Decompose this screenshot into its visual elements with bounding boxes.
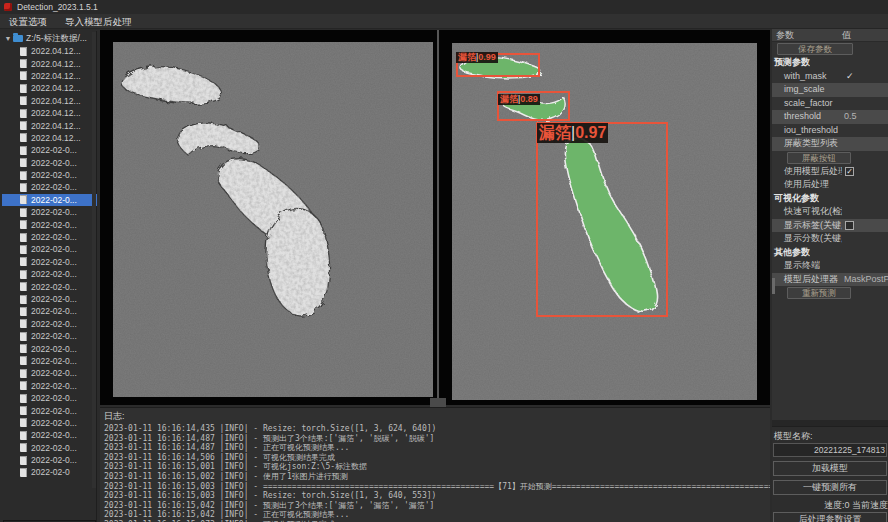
file-icon bbox=[20, 270, 27, 279]
tree-item[interactable]: 2022.04.12... bbox=[2, 82, 97, 94]
param-row[interactable]: 显示终端 bbox=[772, 259, 888, 273]
file-icon bbox=[20, 319, 27, 328]
param-row[interactable]: threshold0.5 bbox=[772, 110, 888, 124]
tree-item[interactable]: 2022-02-0... bbox=[2, 392, 97, 404]
tree-item[interactable]: 2022-02-0... bbox=[2, 218, 97, 230]
tree-item-label: 2022-02-0... bbox=[31, 319, 77, 329]
tree-item[interactable]: 2022-02-0... bbox=[2, 243, 97, 255]
log-line: 2023-01-11 16:16:15,003 |INFO| - Resize:… bbox=[100, 491, 770, 501]
param-value[interactable]: MaskPostPro bbox=[844, 273, 888, 287]
tree-item[interactable]: 2022-02-0... bbox=[2, 342, 97, 354]
param-button[interactable]: 保存参数 bbox=[777, 43, 853, 55]
file-icon bbox=[20, 208, 27, 217]
tree-item-label: 2022-02-0... bbox=[31, 344, 77, 354]
tree-item[interactable]: 2022-02-0... bbox=[2, 305, 97, 317]
tree-item[interactable]: 2022-02-0... bbox=[2, 231, 97, 243]
params-header-param: 参数 bbox=[772, 29, 842, 41]
detection-label-3: 漏箔|0.97 bbox=[537, 123, 608, 143]
tree-item[interactable]: 2022-02-0... bbox=[2, 157, 97, 169]
param-row[interactable]: img_scale bbox=[772, 83, 888, 97]
param-button[interactable]: 屏蔽按钮 bbox=[787, 152, 851, 164]
tree-item[interactable]: 2022.04.12... bbox=[2, 107, 97, 119]
tree-item[interactable]: 2022-02-0... bbox=[2, 280, 97, 292]
detection-label-1: 漏箔|0.99 bbox=[456, 52, 498, 63]
param-row[interactable]: 显示标签(关键点) bbox=[772, 219, 888, 233]
menu-item-settings[interactable]: 设置选项 bbox=[0, 14, 56, 29]
tree-expand-arrow-icon[interactable]: ▼ bbox=[4, 35, 12, 42]
image-splitter[interactable] bbox=[437, 30, 439, 405]
tree-item[interactable]: 2022.04.12... bbox=[2, 70, 97, 82]
tree-item-label: 2022-02-0... bbox=[31, 356, 77, 366]
file-icon bbox=[20, 47, 27, 56]
tree-item[interactable]: 2022-02-0... bbox=[2, 355, 97, 367]
tree-item[interactable]: 2022-02-0... bbox=[2, 181, 97, 193]
tree-item[interactable]: 2022-02-0... bbox=[2, 404, 97, 416]
load-model-button[interactable]: 加载模型 bbox=[773, 461, 887, 476]
param-checkbox[interactable]: ✓ bbox=[845, 167, 854, 176]
tree-root-folder[interactable]: ▼ Z:/5-标注数据/... bbox=[2, 32, 97, 45]
tree-item[interactable]: 2022.04.12... bbox=[2, 119, 97, 131]
tree-item[interactable]: 2022-02-0... bbox=[2, 144, 97, 156]
param-row[interactable]: with_mask✓ bbox=[772, 70, 888, 84]
log-lines: 2023-01-11 16:16:14,435 |INFO| - Resize:… bbox=[100, 424, 770, 522]
param-row[interactable]: 显示分数(关键点) bbox=[772, 232, 888, 246]
predict-all-button[interactable]: 一键预测所有 bbox=[773, 480, 887, 495]
param-row[interactable]: 快速可视化(检测) bbox=[772, 205, 888, 219]
tree-item[interactable]: 2022-02-0... bbox=[2, 417, 97, 429]
file-tree-list[interactable]: ▼ Z:/5-标注数据/... 2022.04.12...2022.04.12.… bbox=[2, 32, 97, 488]
tree-item-label: 2022-02-0... bbox=[31, 368, 77, 378]
param-row[interactable]: scale_factor bbox=[772, 97, 888, 111]
tree-item-label: 2022.04.12... bbox=[31, 71, 81, 81]
tree-item[interactable]: 2022.04.12... bbox=[2, 57, 97, 69]
tree-item[interactable]: 2022-02-0... bbox=[2, 268, 97, 280]
file-icon bbox=[20, 233, 27, 242]
param-row[interactable]: 使用模型后处理✓ bbox=[772, 165, 888, 179]
tree-item[interactable]: 2022.04.12... bbox=[2, 45, 97, 57]
model-name-field[interactable]: 20221225_174813 bbox=[773, 443, 887, 457]
tree-item[interactable]: 2022-02-0... bbox=[2, 206, 97, 218]
log-line: 2023-01-11 16:16:15,042 |INFO| - 预测出了3个结… bbox=[100, 501, 770, 511]
params-rows: 保存参数预测参数with_mask✓img_scalescale_factort… bbox=[772, 42, 888, 300]
param-button[interactable]: 重新预测 bbox=[787, 287, 851, 299]
param-row[interactable]: iou_threshold bbox=[772, 124, 888, 138]
param-row[interactable]: 屏蔽类型列表 bbox=[772, 137, 888, 151]
postprocess-settings-button[interactable]: 后处理参数设置 bbox=[773, 512, 887, 522]
model-name-label: 模型名称: bbox=[772, 427, 888, 443]
param-value[interactable]: 0.5 bbox=[844, 110, 857, 124]
tree-item[interactable]: 2022-02-0... bbox=[2, 256, 97, 268]
tree-item[interactable]: 2022-02-0... bbox=[2, 194, 97, 206]
tree-item[interactable]: 2022.04.12... bbox=[2, 95, 97, 107]
original-image-view[interactable] bbox=[113, 42, 433, 397]
model-panel: 模型名称: 20221225_174813 加载模型 一键预测所有 速度:0 当… bbox=[772, 420, 888, 522]
tree-item[interactable]: 2022-02-0... bbox=[2, 454, 97, 466]
param-row[interactable]: 模型后处理器MaskPostPro bbox=[772, 273, 888, 287]
tree-scrollbar[interactable] bbox=[92, 32, 96, 488]
log-line: 2023-01-11 16:16:15,002 |INFO| - 使用了1张图片… bbox=[100, 472, 770, 482]
title-bar[interactable]: Detection_2023.1.5.1 bbox=[0, 0, 888, 14]
file-icon bbox=[20, 344, 27, 353]
params-scrollbar[interactable] bbox=[772, 278, 775, 294]
tree-item[interactable]: 2022-02-0... bbox=[2, 169, 97, 181]
tree-item[interactable]: 2022-02-0... bbox=[2, 442, 97, 454]
tree-item-label: 2022-02-0... bbox=[31, 331, 77, 341]
file-icon bbox=[20, 394, 27, 403]
tree-item[interactable]: 2022-02-0... bbox=[2, 330, 97, 342]
log-area[interactable]: 日志: 2023-01-11 16:16:14,435 |INFO| - Res… bbox=[100, 407, 770, 522]
tree-item[interactable]: 2022-02-0... bbox=[2, 367, 97, 379]
param-checkbox[interactable] bbox=[845, 221, 854, 230]
param-section-header: 其他参数 bbox=[772, 246, 888, 260]
tree-item[interactable]: 2022-02-0... bbox=[2, 380, 97, 392]
tree-item[interactable]: 2022-02-0... bbox=[2, 293, 97, 305]
tree-item[interactable]: 2022-02-0... bbox=[2, 318, 97, 330]
tree-item[interactable]: 2022-02-0 bbox=[2, 466, 97, 478]
menu-item-import-postprocess[interactable]: 导入模型后处理 bbox=[56, 14, 141, 29]
prediction-image-view[interactable]: 漏箔|0.99 漏箔|0.89 漏箔|0.97 bbox=[452, 43, 757, 400]
tree-item-label: 2022-02-0... bbox=[31, 381, 77, 391]
param-label: 可视化参数 bbox=[772, 192, 819, 206]
file-icon bbox=[20, 295, 27, 304]
param-row[interactable]: 使用后处理 bbox=[772, 178, 888, 192]
tree-item[interactable]: 2022-02-0... bbox=[2, 429, 97, 441]
file-icon bbox=[20, 443, 27, 452]
tree-item[interactable]: 2022.04.12... bbox=[2, 132, 97, 144]
param-button-row: 屏蔽按钮 bbox=[772, 151, 888, 165]
